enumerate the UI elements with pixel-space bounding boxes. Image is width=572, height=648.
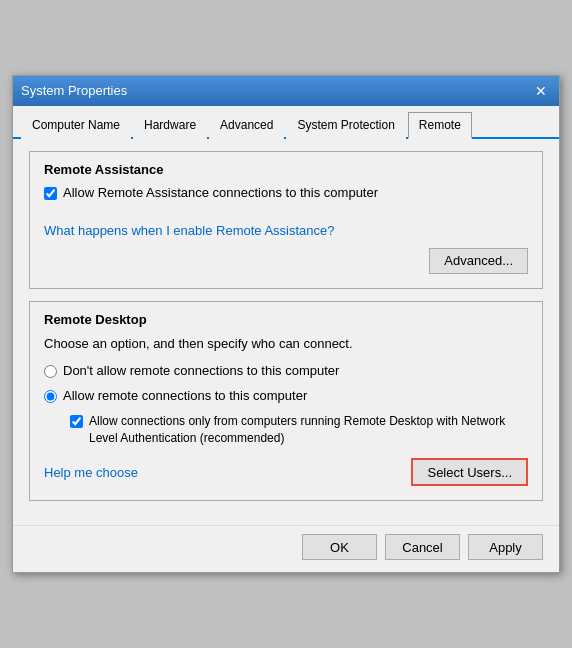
remote-assistance-help-link[interactable]: What happens when I enable Remote Assist… <box>44 223 335 238</box>
tab-computer-name[interactable]: Computer Name <box>21 112 131 139</box>
system-properties-window: System Properties ✕ Computer Name Hardwa… <box>12 75 560 574</box>
radio-allow-label[interactable]: Allow remote connections to this compute… <box>63 388 307 403</box>
footer-buttons: OK Cancel Apply <box>13 525 559 572</box>
nla-checkbox[interactable] <box>70 415 83 428</box>
close-button[interactable]: ✕ <box>531 81 551 101</box>
tab-advanced[interactable]: Advanced <box>209 112 284 139</box>
remote-desktop-description: Choose an option, and then specify who c… <box>44 335 528 353</box>
radio-row-dont-allow: Don't allow remote connections to this c… <box>44 363 528 378</box>
nla-checkbox-label[interactable]: Allow connections only from computers ru… <box>89 413 528 447</box>
ok-button[interactable]: OK <box>302 534 377 560</box>
remote-assistance-section: Remote Assistance Allow Remote Assistanc… <box>29 151 543 289</box>
tab-system-protection[interactable]: System Protection <box>286 112 405 139</box>
remote-assistance-checkbox-row: Allow Remote Assistance connections to t… <box>44 185 528 200</box>
tab-hardware[interactable]: Hardware <box>133 112 207 139</box>
remote-assistance-title: Remote Assistance <box>44 162 528 177</box>
radio-dont-allow-label[interactable]: Don't allow remote connections to this c… <box>63 363 339 378</box>
remote-desktop-title: Remote Desktop <box>44 312 528 327</box>
remote-assistance-advanced-button[interactable]: Advanced... <box>429 248 528 274</box>
tab-remote[interactable]: Remote <box>408 112 472 139</box>
radio-allow[interactable] <box>44 390 57 403</box>
radio-dont-allow[interactable] <box>44 365 57 378</box>
apply-button[interactable]: Apply <box>468 534 543 560</box>
help-select-row: Help me choose Select Users... <box>44 458 528 486</box>
cancel-button[interactable]: Cancel <box>385 534 460 560</box>
title-bar: System Properties ✕ <box>13 76 559 106</box>
tab-bar: Computer Name Hardware Advanced System P… <box>13 106 559 139</box>
remote-assistance-checkbox[interactable] <box>44 187 57 200</box>
tab-content: Remote Assistance Allow Remote Assistanc… <box>13 139 559 526</box>
remote-desktop-section: Remote Desktop Choose an option, and the… <box>29 301 543 502</box>
nla-checkbox-row: Allow connections only from computers ru… <box>70 413 528 447</box>
remote-assistance-checkbox-label[interactable]: Allow Remote Assistance connections to t… <box>63 185 378 200</box>
window-title: System Properties <box>21 83 127 98</box>
help-me-choose-link[interactable]: Help me choose <box>44 465 138 480</box>
select-users-button[interactable]: Select Users... <box>411 458 528 486</box>
radio-row-allow: Allow remote connections to this compute… <box>44 388 528 403</box>
